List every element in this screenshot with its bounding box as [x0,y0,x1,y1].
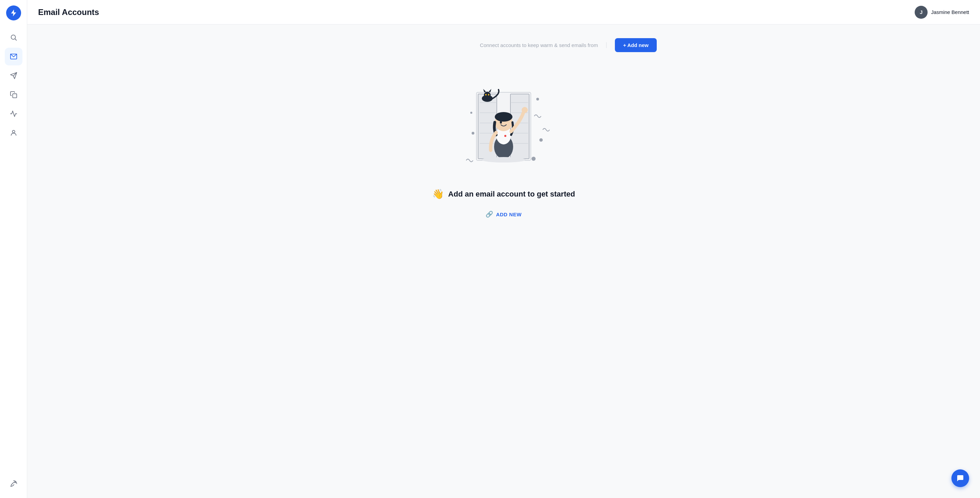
sidebar-item-send[interactable] [5,67,22,85]
main-area: Email Accounts J Jasmine Bennett Connect… [27,0,980,498]
empty-state-illustration [446,69,562,177]
content-topbar: Connect accounts to keep warm & send ema… [350,38,657,52]
add-new-link[interactable]: 🔗 ADD NEW [485,211,522,218]
page-title: Email Accounts [38,8,99,17]
svg-line-1 [15,39,16,40]
svg-point-35 [472,132,474,134]
sidebar [0,0,27,498]
svg-point-27 [504,135,506,137]
user-menu[interactable]: J Jasmine Bennett [915,6,969,19]
avatar: J [915,6,928,19]
link-icon: 🔗 [485,211,493,218]
svg-point-36 [539,138,543,142]
svg-point-7 [14,482,16,483]
sidebar-nav [0,29,27,472]
sidebar-item-templates[interactable] [5,86,22,104]
topbar-description: Connect accounts to keep warm & send ema… [480,42,607,48]
lightning-icon [10,9,18,17]
profile-icon [10,129,18,137]
header: Email Accounts J Jasmine Bennett [27,0,980,24]
empty-state-heading: 👋 Add an email account to get started [432,188,575,200]
sidebar-item-profile[interactable] [5,124,22,142]
svg-point-24 [495,112,512,121]
analytics-icon [10,110,18,118]
svg-point-25 [500,121,502,124]
rocket-icon [10,480,18,487]
illustration [446,69,562,177]
add-new-link-label: ADD NEW [496,212,522,217]
content-area: Connect accounts to keep warm & send ema… [27,24,980,498]
chat-icon [956,474,964,482]
svg-point-39 [482,157,526,163]
sidebar-item-rocket[interactable] [5,475,22,493]
email-icon [10,53,18,60]
send-icon [10,72,18,79]
wave-emoji: 👋 [432,188,444,200]
svg-marker-30 [483,89,486,92]
sidebar-item-analytics[interactable] [5,105,22,123]
svg-marker-31 [488,89,492,92]
svg-point-38 [531,157,536,161]
svg-point-34 [536,98,539,101]
chat-button[interactable] [951,469,969,487]
svg-point-33 [488,94,489,96]
app-logo[interactable] [6,5,21,21]
sidebar-bottom [5,475,22,493]
svg-point-37 [470,112,472,114]
svg-point-26 [522,107,528,113]
sidebar-item-search[interactable] [5,29,22,46]
svg-point-0 [11,35,15,40]
sidebar-item-email[interactable] [5,48,22,65]
svg-point-29 [484,92,491,99]
svg-point-32 [485,94,487,96]
empty-state-label: Add an email account to get started [448,190,575,199]
copy-icon [10,91,18,99]
svg-point-6 [12,131,14,133]
svg-rect-5 [13,94,17,98]
add-new-button[interactable]: + Add new [615,38,657,52]
search-icon [10,34,18,41]
user-name: Jasmine Bennett [931,9,969,15]
